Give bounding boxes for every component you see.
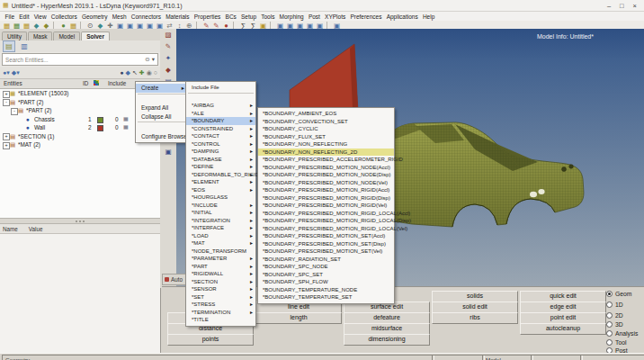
menu-item--boundary-prescribed-motion-set-disp-[interactable]: *BOUNDARY_PRESCRIBED_MOTION_SET(Disp)	[258, 240, 394, 248]
menu-view[interactable]: View	[31, 14, 49, 20]
autocleanup-button[interactable]: autocleanup	[520, 323, 606, 335]
add-icon[interactable]: ✚	[139, 68, 145, 77]
length-button[interactable]: length	[255, 312, 342, 324]
menu-item--parameter[interactable]: *PARAMETER▸	[186, 255, 255, 263]
menu-tools[interactable]: Tools	[259, 14, 277, 20]
search-input[interactable]: Search Entities... ⊙▾	[2, 53, 158, 66]
menu-item--part[interactable]: *PART▸	[186, 263, 255, 271]
display-sphere-icon[interactable]: ●	[120, 68, 123, 77]
create-entity-icon[interactable]: ●▾	[3, 68, 10, 77]
menu-preferences[interactable]: Preferences	[348, 14, 384, 20]
menu-item--deformable-to-rigid[interactable]: *DEFORMABLE_TO_RIGID▸	[186, 171, 255, 179]
menu-properties[interactable]: Properties	[192, 14, 223, 20]
menu-item--boundary-ambient-eos[interactable]: *BOUNDARY_AMBIENT_EOS	[258, 110, 394, 118]
menu-morphing[interactable]: Morphing	[277, 14, 306, 20]
menu-item--boundary-prescribed-motion-rigid-accl-[interactable]: *BOUNDARY_PRESCRIBED_MOTION_RIGID(Accl)	[258, 186, 394, 194]
menu-item--boundary-prescribed-accelerometer-rigid[interactable]: *BOUNDARY_PRESCRIBED_ACCELEROMETER_RIGID	[258, 156, 394, 164]
selector-arrow-icon[interactable]: ↖	[132, 68, 138, 77]
pencil-icon[interactable]: ✎	[162, 42, 174, 50]
menu-item--boundary-prescribed-motion-node-disp-[interactable]: *BOUNDARY_PRESCRIBED_MOTION_NODE(Disp)	[258, 171, 394, 179]
menu-item--section[interactable]: *SECTION▸	[186, 278, 255, 286]
tab-solver[interactable]: Solver	[81, 32, 110, 40]
menu-item--boundary-temperature-node[interactable]: *BOUNDARY_TEMPERATURE_NODE	[258, 286, 394, 294]
menu-item--rigidwall[interactable]: *RIGIDWALL▸	[186, 270, 255, 278]
show-eye-icon[interactable]: ◉	[147, 68, 152, 77]
points-button[interactable]: points	[167, 334, 254, 346]
menu-item--eos[interactable]: *EOS▸	[186, 186, 255, 194]
menu-item--boundary-prescribed-motion-rigid-local-accl-[interactable]: *BOUNDARY_PRESCRIBED_MOTION_RIGID_LOCAL(…	[258, 210, 394, 218]
menu-item--integration[interactable]: *INTEGRATION▸	[186, 217, 255, 225]
plot-icon[interactable]: ▣	[162, 148, 174, 156]
menu-item--boundary-non-reflecting-2d[interactable]: *BOUNDARY_NON_REFLECTING_2D	[258, 148, 394, 157]
menu-item--termination[interactable]: *TERMINATION▸	[186, 309, 255, 317]
search-options-caret-icon[interactable]: ▾	[152, 56, 155, 63]
tree-expander[interactable]: +	[3, 142, 10, 149]
menu-item--boundary-convection-set[interactable]: *BOUNDARY_CONVECTION_SET	[258, 118, 394, 126]
menu-setup[interactable]: Setup	[238, 14, 258, 20]
menu-item--boundary-radiation-set[interactable]: *BOUNDARY_RADIATION_SET	[258, 256, 394, 264]
menu-applications[interactable]: Applications	[384, 14, 420, 20]
menu-item--define[interactable]: *DEFINE▸	[186, 163, 255, 171]
menu-item--boundary-temperature-set[interactable]: *BOUNDARY_TEMPERATURE_SET	[258, 293, 394, 302]
menu-item--boundary[interactable]: *BOUNDARY▸	[186, 117, 255, 125]
menu-item--database[interactable]: *DATABASE▸	[186, 156, 255, 164]
radio-analysis[interactable]: Analysis	[606, 330, 638, 337]
tab-model[interactable]: Model	[53, 32, 80, 40]
menu-materials[interactable]: Materials	[164, 14, 192, 20]
menu-edit[interactable]: Edit	[17, 14, 31, 20]
minimize-button[interactable]: –	[607, 2, 611, 10]
menu-item--ale[interactable]: *ALE▸	[186, 110, 255, 118]
menu-item--sensor[interactable]: *SENSOR▸	[186, 285, 255, 293]
tab-utility[interactable]: Utility	[2, 32, 27, 40]
menu-item--initial[interactable]: *INITIAL▸	[186, 209, 255, 217]
maximize-button[interactable]: □	[620, 2, 624, 10]
menu-item--constrained[interactable]: *CONSTRAINED▸	[186, 125, 255, 133]
tree-expander[interactable]: -	[11, 108, 18, 115]
menu-item--set[interactable]: *SET▸	[186, 293, 255, 302]
tab-mask[interactable]: Mask	[28, 32, 53, 40]
menu-item-collapse-all[interactable]: Collapse All	[136, 112, 187, 122]
radio-geom[interactable]: Geom	[606, 291, 632, 297]
ribs-button[interactable]: ribs	[432, 312, 518, 324]
display-cube-icon[interactable]: ◆	[126, 68, 130, 77]
entity-type-icon[interactable]: ◆▾	[12, 68, 20, 77]
menu-collectors[interactable]: Collectors	[49, 14, 79, 20]
menu-item--boundary-prescribed-motion-rigid-disp-[interactable]: *BOUNDARY_PRESCRIBED_MOTION_RIGID(Disp)	[258, 194, 394, 202]
menu-xyplots[interactable]: XYPlots	[323, 14, 348, 20]
menu-item--stress[interactable]: *STRESS▸	[186, 301, 255, 309]
menu-bcs[interactable]: BCs	[223, 14, 238, 20]
menu-item--boundary-prescribed-motion-rigid-local-disp-[interactable]: *BOUNDARY_PRESCRIBED_MOTION_RIGID_LOCAL(…	[258, 217, 394, 225]
tree-expander[interactable]: -	[3, 99, 10, 106]
menu-item-include-file[interactable]: Include File	[186, 84, 255, 92]
menu-item-create[interactable]: Create▸	[136, 84, 187, 93]
close-button[interactable]: ×	[633, 2, 637, 10]
plane-icon[interactable]: ◆	[162, 66, 174, 74]
menu-geometry[interactable]: Geometry	[79, 14, 110, 20]
dimensioning-button[interactable]: dimensioning	[344, 334, 430, 346]
vector-icon[interactable]: ✦	[162, 54, 174, 62]
views-icon[interactable]: ▥	[18, 40, 31, 52]
menu-item--title[interactable]: *TITLE	[186, 316, 255, 324]
radio-1d[interactable]: 1D	[606, 302, 623, 308]
menu-item--hourglass[interactable]: *HOURGLASS	[186, 194, 255, 202]
menu-item--node-transform[interactable]: *NODE_TRANSFORM	[186, 248, 255, 256]
panel-splitter[interactable]	[0, 218, 160, 224]
menu-mesh[interactable]: Mesh	[110, 14, 129, 20]
radio-2d[interactable]: 2D	[606, 312, 623, 319]
color-swatch[interactable]	[97, 125, 103, 131]
menu-item--boundary-non-reflecting[interactable]: *BOUNDARY_NON_REFLECTING	[258, 140, 394, 148]
menu-item--boundary-prescribed-motion-rigid-vel-[interactable]: *BOUNDARY_PRESCRIBED_MOTION_RIGID(Vel)	[258, 202, 394, 210]
flag-icon[interactable]: ▨	[162, 31, 174, 39]
menu-item--boundary-spc-node[interactable]: *BOUNDARY_SPC_NODE	[258, 263, 394, 271]
menu-item-configure-browser[interactable]: Configure Browser	[136, 132, 187, 141]
menu-item-expand-all[interactable]: Expand All	[136, 104, 187, 112]
tree-expander[interactable]: +	[3, 133, 10, 140]
menu-item--include[interactable]: *INCLUDE▸	[186, 202, 255, 210]
tree-expander[interactable]: +	[3, 91, 10, 98]
menu-item--boundary-sph-flow[interactable]: *BOUNDARY_SPH_FLOW	[258, 278, 394, 286]
color-swatch[interactable]	[97, 117, 103, 123]
menu-post[interactable]: Post	[306, 14, 322, 20]
menu-item--boundary-prescribed-motion-node-accl-[interactable]: *BOUNDARY_PRESCRIBED_MOTION_NODE(Accl)	[258, 164, 394, 172]
menu-item--boundary-prescribed-motion-set-vel-[interactable]: *BOUNDARY_PRESCRIBED_MOTION_SET(Vel)	[258, 248, 394, 256]
radio-3d[interactable]: 3D	[606, 321, 623, 328]
